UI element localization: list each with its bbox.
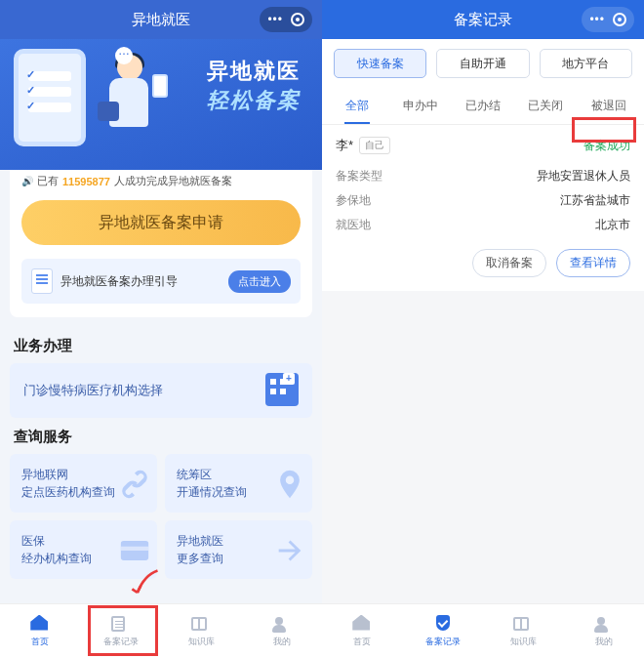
pill-local[interactable]: 地方平台 xyxy=(540,49,632,78)
query-item[interactable]: 异地联网 定点医药机构查询 xyxy=(10,454,157,513)
hero-line1: 异地就医 xyxy=(207,57,301,86)
query-item[interactable]: 异地就医 更多查询 xyxy=(165,520,312,579)
kv-row: 参保地江苏省盐城市 xyxy=(336,188,630,213)
page-title: 异地就医 xyxy=(132,11,190,29)
shield-icon xyxy=(436,615,450,631)
view-detail-button[interactable]: 查看详情 xyxy=(556,249,630,277)
mode-pills: 快速备案 自助开通 地方平台 xyxy=(322,39,644,88)
seg-all[interactable]: 全部 xyxy=(326,88,388,124)
page-title: 备案记录 xyxy=(454,11,512,29)
guide-row[interactable]: 异地就医备案办理引导 点击进入 xyxy=(21,259,301,304)
card-icon xyxy=(118,534,151,567)
seg-processing[interactable]: 申办中 xyxy=(388,88,451,124)
hero-banner: 异地就医 轻松备案 xyxy=(0,39,322,170)
header-left: 异地就医 ••• xyxy=(0,0,322,39)
record-name: 李* 自己 xyxy=(336,137,390,154)
hospital-icon xyxy=(265,373,299,406)
record-card: 李* 自己 备案成功 备案类型异地安置退休人员 参保地江苏省盐城市 就医地北京市… xyxy=(322,125,644,291)
kv-row: 备案类型异地安置退休人员 xyxy=(336,164,630,188)
more-icon[interactable]: ••• xyxy=(589,13,605,26)
phone-illustration xyxy=(14,49,86,146)
seg-done[interactable]: 已办结 xyxy=(452,88,514,124)
cancel-record-button[interactable]: 取消备案 xyxy=(472,249,546,277)
link-icon xyxy=(118,468,151,501)
header-right: 备案记录 ••• xyxy=(322,0,644,39)
capsule-menu[interactable]: ••• xyxy=(260,7,312,32)
more-icon[interactable]: ••• xyxy=(267,13,283,26)
guide-enter-button[interactable]: 点击进入 xyxy=(228,270,291,293)
kv-row: 就医地北京市 xyxy=(336,213,630,237)
speech-icon xyxy=(115,47,133,64)
pill-self[interactable]: 自助开通 xyxy=(436,49,529,78)
query-item[interactable]: 统筹区 开通情况查询 xyxy=(165,454,312,513)
section-query-title: 查询服务 xyxy=(0,418,322,454)
tab-knowledge[interactable]: 知识库 xyxy=(161,604,242,658)
section-biz-title: 业务办理 xyxy=(0,327,322,363)
query-item[interactable]: 医保 经办机构查询 xyxy=(10,520,157,579)
tab-mine[interactable]: 我的 xyxy=(564,604,645,658)
biz-item[interactable]: 门诊慢特病医疗机构选择 xyxy=(10,363,312,418)
capsule-menu[interactable]: ••• xyxy=(582,7,634,32)
speaker-icon: 🔊 xyxy=(21,176,33,186)
tab-bar-right: 首页 备案记录 知识库 我的 xyxy=(322,603,644,658)
close-icon[interactable] xyxy=(291,13,304,26)
seg-closed[interactable]: 已关闭 xyxy=(514,88,577,124)
stat-count: 11595877 xyxy=(62,176,110,187)
tab-knowledge[interactable]: 知识库 xyxy=(483,604,564,658)
location-icon xyxy=(273,468,306,501)
close-icon[interactable] xyxy=(613,13,626,26)
stat-line: 🔊 已有 11595877 人成功完成异地就医备案 xyxy=(21,174,301,188)
tab-mine[interactable]: 我的 xyxy=(242,604,323,658)
tab-home[interactable]: 首页 xyxy=(322,604,403,658)
document-icon xyxy=(31,268,53,294)
seg-returned[interactable]: 被退回 xyxy=(578,88,640,124)
tab-home[interactable]: 首页 xyxy=(0,604,81,658)
tab-records[interactable]: 备案记录 xyxy=(403,604,484,658)
status-tabs: 全部 申办中 已办结 已关闭 被退回 xyxy=(322,88,644,125)
guide-text: 异地就医备案办理引导 xyxy=(60,273,221,290)
tab-bar-left: 首页 备案记录 知识库 我的 xyxy=(0,603,322,658)
arrow-icon xyxy=(273,534,306,567)
svg-rect-1 xyxy=(121,547,148,551)
relation-tag: 自己 xyxy=(359,137,390,154)
record-status: 备案成功 xyxy=(584,138,630,154)
main-card: 🔊 已有 11595877 人成功完成异地就医备案 异地就医备案申请 异地就医备… xyxy=(10,162,312,317)
hero-line2: 轻松备案 xyxy=(207,86,301,115)
person-illustration xyxy=(96,55,154,143)
tab-records[interactable]: 备案记录 xyxy=(81,604,162,658)
pill-quick[interactable]: 快速备案 xyxy=(334,49,426,78)
apply-button[interactable]: 异地就医备案申请 xyxy=(21,200,301,245)
